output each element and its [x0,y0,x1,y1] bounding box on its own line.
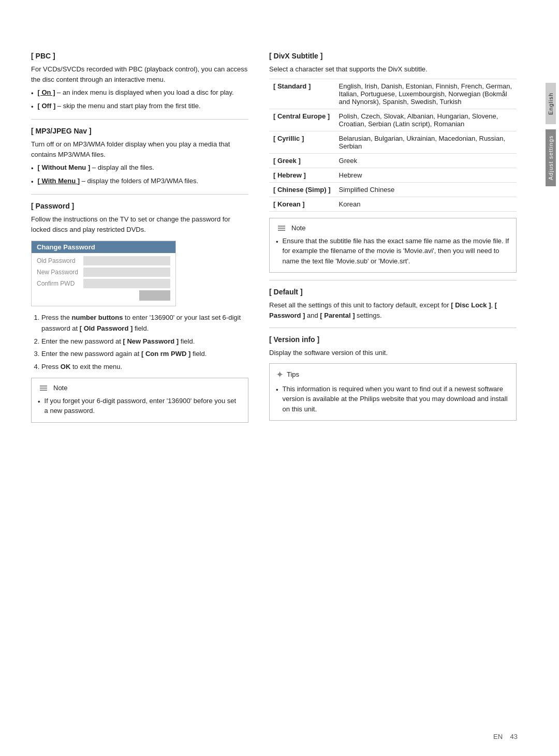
subtitle-key: [ Central Europe ] [269,109,335,131]
divx-note-label: Note [291,223,305,233]
subtitle-table-row: [ Hebrew ]Hebrew [269,168,517,182]
footer-en: EN [493,733,503,740]
subtitle-key: [ Standard ] [269,79,335,109]
change-password-body: Old Password New Password Confirm PWD [32,253,175,306]
password-desc: Follow the instructions on the TV to set… [31,214,248,234]
step-1: Press the number buttons to enter '13690… [41,313,248,334]
divider-3 [269,280,517,280]
subtitle-table-row: [ Standard ]English, Irish, Danish, Esto… [269,79,517,109]
adjust-settings-tab: Adjust settings [546,129,556,186]
subtitle-key: [ Hebrew ] [269,168,335,182]
bullet-dot-2: • [31,102,34,112]
old-password-label: Old Password [37,257,83,264]
password-steps: Press the number buttons to enter '13690… [41,313,248,373]
divx-note-header: Note [276,223,510,234]
tips-bullet-text: This information is required when you wa… [283,384,510,414]
mp3nav-desc: Turn off or on MP3/WMA folder display wh… [31,139,248,159]
subtitle-table-row: [ Chinese (Simp) ]Simplified Chinese [269,182,517,197]
password-note-box: Note • If you forget your 6-digit passwo… [31,378,248,423]
divx-note-box: Note • Ensure that the subtitle file has… [269,218,517,273]
subtitle-key: [ Chinese (Simp) ] [269,182,335,197]
note-line-2 [40,388,47,389]
subtitle-key: [ Korean ] [269,197,335,211]
step-2: Enter the new password at [ New Password… [41,336,248,347]
pbc-section: [ PBC ] For VCDs/SVCDs recorded with PBC… [31,52,248,112]
subtitle-value: Greek [335,153,517,168]
new-password-label: New Password [37,269,83,276]
version-title: [ Version info ] [269,335,517,344]
note-line-1 [40,386,47,387]
english-tab: English [546,83,556,124]
version-desc: Display the software version of this uni… [269,348,517,358]
divx-note-line-3 [278,230,285,231]
change-password-dialog: Change Password Old Password New Passwor… [31,241,176,306]
bullet-dot-4: • [31,177,34,187]
pbc-bullet-1-text: [ On ] – an index menu is displayed when… [38,87,234,98]
subtitle-table-row: [ Cyrillic ]Belarusian, Bulgarian, Ukrai… [269,131,517,153]
subtitle-value: Simplified Chinese [335,182,517,197]
note-line-3 [40,390,47,391]
divx-note-bullet: • Ensure that the subtitle file has the … [276,236,510,266]
subtitle-table: [ Standard ]English, Irish, Danish, Esto… [269,79,517,212]
subtitle-value: Belarusian, Bulgarian, Ukrainian, Macedo… [335,131,517,153]
tips-label: Tips [287,369,299,380]
old-password-field[interactable] [83,256,170,265]
password-ok-button[interactable] [139,290,170,301]
password-section: [ Password ] Follow the instructions on … [31,202,248,423]
confirm-pwd-field[interactable] [83,279,170,288]
mp3nav-bullet-1: • [ Without Menu ] – display all the fil… [31,162,248,174]
divx-note-icon [276,223,287,234]
subtitle-table-row: [ Greek ]Greek [269,153,517,168]
pbc-title: [ PBC ] [31,52,248,60]
subtitle-value: Polish, Czech, Slovak, Albanian, Hungari… [335,109,517,131]
divx-note-bullet-text: Ensure that the subtitle file has the ex… [283,236,510,266]
pbc-bullet-1: • [ On ] – an index menu is displayed wh… [31,87,248,99]
note-header: Note [38,382,242,394]
divx-note-lines-icon [278,225,285,231]
pbc-desc: For VCDs/SVCDs recorded with PBC (playba… [31,64,248,84]
divx-title: [ DivX Subtitle ] [269,52,517,60]
note-label: Note [53,383,67,393]
version-section: [ Version info ] Display the software ve… [269,335,517,421]
mp3nav-bullet-2: • [ With Menu ] – display the folders of… [31,176,248,187]
tips-star-icon: ✦ [276,368,284,382]
mp3nav-bullet-1-text: [ Without Menu ] – display all the files… [38,162,154,173]
right-column: [ DivX Subtitle ] Select a character set… [269,52,517,715]
default-title: [ Default ] [269,288,517,296]
confirm-pwd-row: Confirm PWD [37,279,170,288]
bullet-dot: • [31,88,34,99]
side-tab: English Adjust settings [542,0,559,756]
divx-note-line-2 [278,228,285,229]
subtitle-key: [ Cyrillic ] [269,131,335,153]
note-bullet-1-text: If you forget your 6-digit password, ent… [45,396,242,416]
divx-section: [ DivX Subtitle ] Select a character set… [269,52,517,273]
tips-bullet: • This information is required when you … [276,384,510,414]
old-password-row: Old Password [37,256,170,265]
note-bullet-1: • If you forget your 6-digit password, e… [38,396,242,416]
divx-desc: Select a character set that supports the… [269,64,517,75]
subtitle-key: [ Greek ] [269,153,335,168]
password-title: [ Password ] [31,202,248,210]
pbc-bullet-2-text: [ Off ] – skip the menu and start play f… [38,101,201,111]
divx-note-line-1 [278,226,285,227]
mp3nav-title: [ MP3/JPEG Nav ] [31,127,248,135]
confirm-pwd-label: Confirm PWD [37,280,83,287]
subtitle-value: Hebrew [335,168,517,182]
mp3nav-bullet-2-text: [ With Menu ] – display the folders of M… [38,176,199,186]
subtitle-table-row: [ Korean ]Korean [269,197,517,211]
subtitle-value: English, Irish, Danish, Estonian, Finnis… [335,79,517,109]
note-lines-icon [40,385,47,391]
mp3nav-section: [ MP3/JPEG Nav ] Turn off or on MP3/WMA … [31,127,248,187]
step-3: Enter the new password again at [ Con rm… [41,349,248,360]
footer-page: 43 [510,733,518,740]
new-password-row: New Password [37,268,170,277]
new-password-field[interactable] [83,268,170,277]
step-4: Press OK to exit the menu. [41,362,248,373]
note-icon [38,382,49,394]
note-bullet-dot: • [38,397,40,407]
default-desc: Reset all the settings of this unit to f… [269,300,517,320]
divider-2 [31,194,248,195]
tips-header: ✦ Tips [276,368,510,382]
divider-4 [269,328,517,328]
page: English Adjust settings [ PBC ] For VCDs… [0,0,559,756]
